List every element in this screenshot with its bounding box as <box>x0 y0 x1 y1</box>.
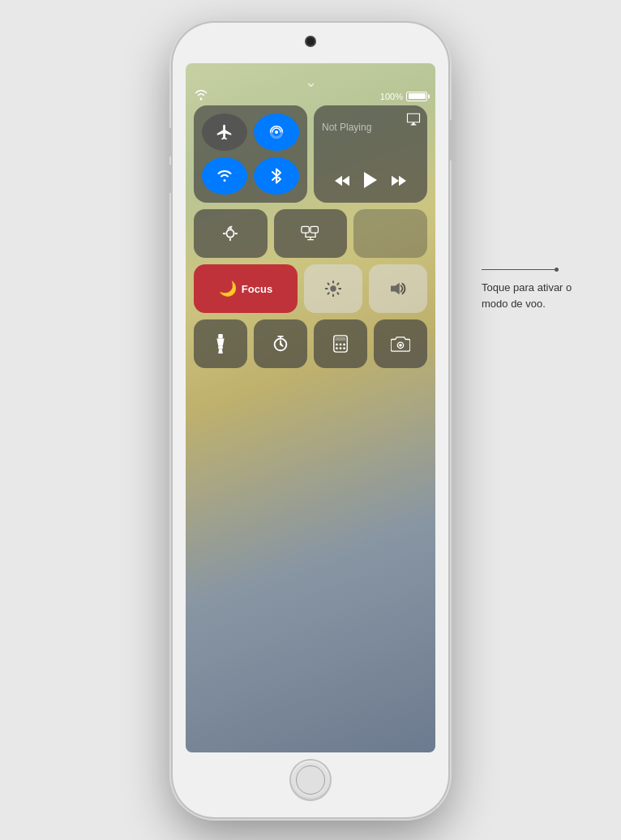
svg-marker-5 <box>399 175 406 186</box>
svg-point-22 <box>340 347 342 349</box>
row-display-controls <box>194 209 427 258</box>
svg-point-23 <box>343 347 345 349</box>
svg-point-0 <box>275 131 278 134</box>
callout-text: Toque para ativar o modo de voo. <box>482 280 595 311</box>
calculator-button[interactable] <box>314 319 367 368</box>
svg-point-25 <box>399 344 402 347</box>
focus-button[interactable]: 🌙 Focus <box>194 264 298 313</box>
media-airplay-icon[interactable] <box>406 112 421 129</box>
svg-rect-17 <box>336 337 346 341</box>
connectivity-block <box>194 105 307 203</box>
svg-rect-14 <box>218 346 223 349</box>
svg-marker-12 <box>391 283 400 294</box>
svg-marker-3 <box>364 172 377 188</box>
volume-down-button[interactable] <box>169 165 173 193</box>
svg-marker-2 <box>342 175 349 186</box>
screen: ⌄ 100% <box>186 63 435 752</box>
callout: Toque para ativar o modo de voo. <box>482 268 595 311</box>
home-button[interactable] <box>291 761 330 799</box>
svg-rect-8 <box>310 226 318 233</box>
airdrop-button[interactable] <box>254 114 299 151</box>
focus-label: Focus <box>242 283 272 295</box>
callout-dot <box>555 268 559 272</box>
svg-point-21 <box>336 347 338 349</box>
airplane-mode-button[interactable] <box>202 114 247 151</box>
bluetooth-toggle-button[interactable] <box>254 157 299 195</box>
media-not-playing-label: Not Playing <box>322 122 419 133</box>
svg-rect-7 <box>302 226 309 233</box>
flashlight-button[interactable] <box>194 319 247 368</box>
svg-marker-1 <box>335 175 342 186</box>
svg-rect-13 <box>218 334 223 339</box>
empty-slot-1 <box>353 209 427 258</box>
svg-point-20 <box>343 344 345 346</box>
media-controls <box>322 170 419 195</box>
device: ⌄ 100% <box>173 23 448 817</box>
media-player-block: Not Playing <box>314 105 427 203</box>
media-rewind-button[interactable] <box>333 174 351 192</box>
row-connectivity-media: Not Playing <box>194 105 427 203</box>
status-bar: 100% <box>194 89 427 103</box>
chevron-icon[interactable]: ⌄ <box>305 73 317 91</box>
focus-moon-icon: 🌙 <box>219 280 237 298</box>
wifi-toggle-button[interactable] <box>202 157 247 195</box>
battery-bar <box>406 92 427 101</box>
wifi-status-icon <box>194 89 208 103</box>
home-button-inner <box>296 765 325 795</box>
timer-button[interactable] <box>254 319 307 368</box>
camera-button[interactable] <box>374 319 427 368</box>
media-forward-button[interactable] <box>390 174 408 192</box>
callout-line <box>482 269 555 270</box>
svg-point-18 <box>336 344 338 346</box>
control-center-grid: Not Playing <box>194 105 427 744</box>
row-utilities <box>194 319 427 368</box>
volume-slider-button[interactable] <box>369 264 427 313</box>
screen-mirror-button[interactable] <box>274 209 348 258</box>
svg-point-6 <box>227 229 234 237</box>
volume-up-button[interactable] <box>169 128 173 156</box>
power-button[interactable] <box>448 120 452 161</box>
front-camera <box>306 37 315 45</box>
battery-fill <box>409 93 426 99</box>
row-focus-sliders: 🌙 Focus <box>194 264 427 313</box>
media-play-button[interactable] <box>362 170 379 195</box>
control-center-overlay: ⌄ 100% <box>186 63 435 752</box>
orientation-lock-button[interactable] <box>194 209 268 258</box>
svg-marker-4 <box>392 175 399 186</box>
scene: Toque para ativar o modo de voo. ⌄ <box>0 0 621 840</box>
svg-point-19 <box>340 344 342 346</box>
battery-indicator: 100% <box>380 92 427 101</box>
brightness-slider-button[interactable] <box>304 264 362 313</box>
battery-percent-label: 100% <box>380 92 403 101</box>
svg-point-11 <box>330 285 336 291</box>
